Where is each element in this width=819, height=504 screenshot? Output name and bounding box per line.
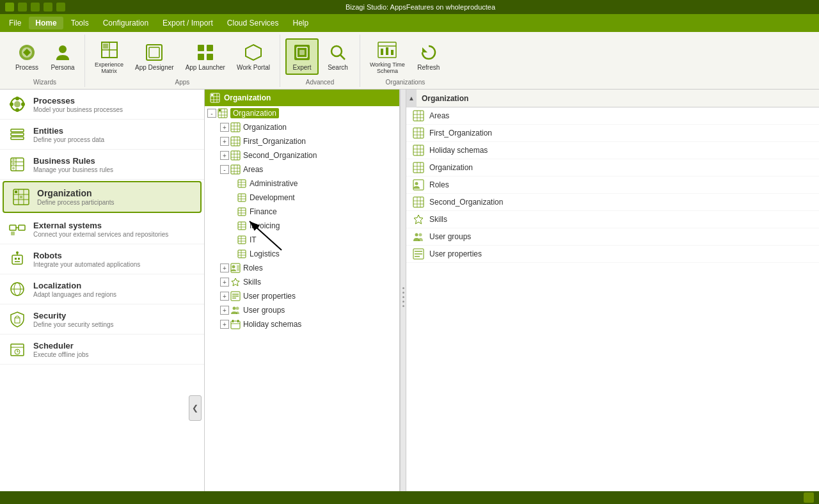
right-user-properties-icon — [413, 248, 424, 260]
expand-first-org[interactable]: + — [220, 137, 229, 146]
right-label-second-organization: Second_Organization — [429, 198, 503, 207]
right-item-roles[interactable]: Roles — [406, 177, 819, 194]
expand-areas[interactable]: - — [220, 165, 229, 174]
tree-node-second-org[interactable]: + Second_Organization — [205, 148, 399, 162]
nav-scheduler[interactable]: Scheduler Execute offline jobs — [0, 335, 204, 365]
right-panel-title: Organization — [417, 94, 819, 103]
right-first-org-icon — [413, 127, 424, 139]
right-panel-collapse-up[interactable]: ▲ — [406, 90, 417, 107]
expand-user-groups[interactable]: + — [220, 306, 229, 315]
areas-icon — [230, 164, 241, 175]
work-portal-button[interactable]: Work Portal — [232, 39, 274, 74]
nav-processes[interactable]: Processes Model your business processes — [0, 90, 204, 120]
menu-file[interactable]: File — [3, 17, 28, 29]
tree-node-administrative[interactable]: Administrative — [205, 177, 399, 191]
localization-icon — [8, 280, 27, 299]
expand-holiday-schemas[interactable]: + — [220, 320, 229, 329]
nav-external-systems[interactable]: External systems Connect your external s… — [0, 214, 204, 244]
nav-entities[interactable]: Entities Define your process data — [0, 120, 204, 150]
roles-icon — [230, 263, 241, 273]
tree-label-logistics: Logistics — [250, 249, 280, 258]
process-button[interactable]: Process — [10, 39, 44, 74]
right-label-holiday-schemas: Holiday schemas — [429, 146, 488, 155]
menu-cloud-services[interactable]: Cloud Services — [221, 17, 285, 29]
expert-button[interactable]: Expert — [285, 38, 319, 75]
right-item-areas[interactable]: Areas — [406, 107, 819, 125]
svg-point-134 — [236, 307, 239, 310]
right-skills-icon — [413, 214, 424, 225]
expand-organization-item[interactable]: + — [220, 123, 229, 132]
tree-node-areas[interactable]: - Areas — [205, 162, 399, 177]
toolbar-advanced-items: Expert Search — [285, 35, 354, 79]
vertical-splitter[interactable] — [400, 90, 406, 504]
tree-node-organization-item[interactable]: + Organization — [205, 120, 399, 134]
wizards-group-label: Wizards — [33, 79, 56, 87]
expand-skills[interactable]: + — [220, 278, 229, 287]
business-rules-icon — [8, 155, 27, 174]
tree-node-organization-root[interactable]: - Organization — [205, 106, 399, 120]
menu-help[interactable]: Help — [287, 17, 315, 29]
right-item-second-organization[interactable]: Second_Organization — [406, 194, 819, 211]
home-icon — [56, 3, 65, 12]
menu-export-import[interactable]: Export / Import — [156, 17, 219, 29]
expand-organization-root[interactable]: - — [207, 109, 216, 118]
tree-node-user-groups[interactable]: + User groups — [205, 303, 399, 317]
svg-rect-6 — [103, 43, 108, 49]
toolbar-group-wizards: Process Persona Wizards — [5, 35, 85, 87]
right-item-holiday-schemas[interactable]: Holiday schemas — [406, 142, 819, 159]
right-user-groups-icon — [413, 231, 424, 242]
nav-localization[interactable]: Localization Adapt languages and regions — [0, 274, 204, 304]
expand-user-properties[interactable]: + — [220, 292, 229, 301]
right-item-first-organization[interactable]: First_Organization — [406, 125, 819, 142]
splitter-dot-5 — [402, 305, 404, 307]
right-item-user-properties[interactable]: User properties — [406, 246, 819, 263]
robots-text: Robots Integrate your automated applicat… — [33, 251, 140, 268]
tree-node-skills[interactable]: + Skills — [205, 275, 399, 289]
svg-marker-24 — [422, 47, 427, 52]
tree-node-first-org[interactable]: + First_Organization — [205, 134, 399, 148]
tree-node-logistics[interactable]: Logistics — [205, 247, 399, 261]
tree-panel: Organization - Organization + — [205, 90, 400, 504]
scheduler-subtitle: Execute offline jobs — [33, 351, 89, 358]
experience-matrix-button[interactable]: ExperienceMatrix — [90, 36, 128, 77]
nav-organization[interactable]: Organization Define process participants — [3, 181, 202, 213]
tree-node-finance[interactable]: Finance — [205, 205, 399, 219]
right-second-org-icon — [413, 196, 424, 208]
svg-rect-131 — [232, 295, 239, 297]
working-time-schema-button[interactable]: Working TimeSchema — [365, 36, 410, 77]
svg-rect-94 — [231, 165, 240, 174]
security-text: Security Define your security settings — [33, 311, 114, 328]
experience-matrix-icon — [99, 40, 120, 60]
expand-second-org[interactable]: + — [220, 151, 229, 160]
menu-tools[interactable]: Tools — [65, 17, 95, 29]
tree-node-development[interactable]: Development — [205, 191, 399, 205]
menu-home[interactable]: Home — [29, 17, 63, 29]
tree-node-invoicing[interactable]: Invoicing — [205, 219, 399, 233]
organization-text: Organization Define process participants — [37, 188, 115, 206]
tree-node-holiday-schemas[interactable]: + Holiday schemas — [205, 317, 399, 331]
tree-header: Organization — [205, 90, 399, 106]
svg-rect-31 — [11, 129, 24, 132]
tree-node-user-properties[interactable]: + User properties — [205, 289, 399, 303]
nav-security[interactable]: Security Define your security settings — [0, 304, 204, 335]
app-designer-button[interactable]: App Designer — [131, 39, 179, 74]
svg-rect-103 — [238, 194, 246, 201]
persona-button[interactable]: Persona — [46, 39, 79, 74]
right-item-user-groups[interactable]: User groups — [406, 228, 819, 246]
nav-collapse-button[interactable]: ❮ — [189, 395, 202, 421]
search-button[interactable]: Search — [321, 39, 354, 74]
first-org-icon — [230, 136, 241, 146]
nav-robots[interactable]: Robots Integrate your automated applicat… — [0, 244, 204, 274]
tree-node-roles[interactable]: + Roles — [205, 261, 399, 275]
tree-node-it[interactable]: IT — [205, 233, 399, 247]
nav-business-rules[interactable]: Business Rules Manage your business rule… — [0, 150, 204, 180]
expand-roles[interactable]: + — [220, 264, 229, 272]
right-item-organization[interactable]: Organization — [406, 159, 819, 177]
tree-header-title: Organization — [224, 93, 271, 102]
refresh-button[interactable]: Refresh — [412, 39, 445, 74]
svg-point-160 — [415, 182, 418, 185]
right-label-roles: Roles — [429, 180, 449, 189]
menu-configuration[interactable]: Configuration — [97, 17, 155, 29]
app-launcher-button[interactable]: App Launcher — [181, 39, 230, 74]
right-item-skills[interactable]: Skills — [406, 211, 819, 228]
